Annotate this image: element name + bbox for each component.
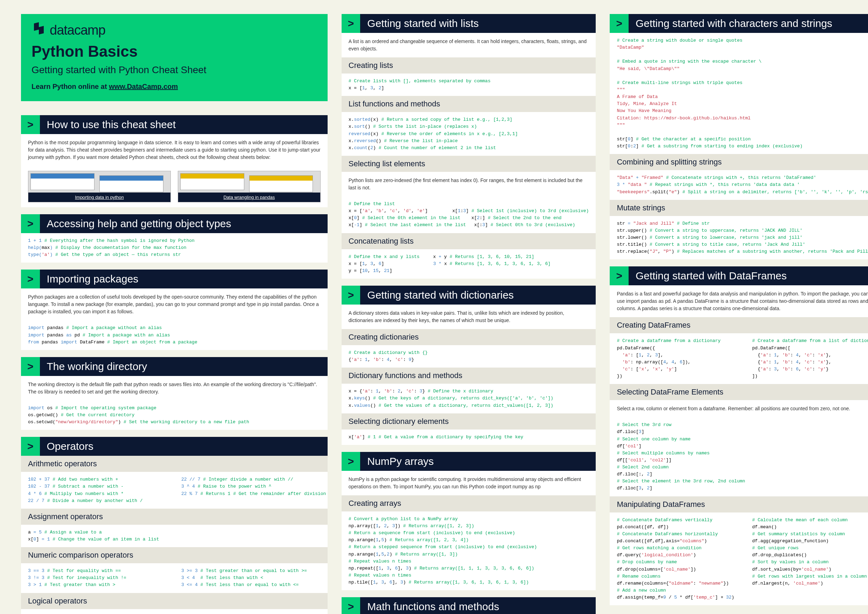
code-block: x.sorted(x) # Return a sorted copy of th… (342, 112, 596, 156)
section-title: The working directory (40, 357, 328, 376)
section-title: Operators (40, 437, 328, 456)
subheading: Mutate strings (610, 200, 868, 216)
prompt-icon: > (21, 115, 40, 134)
section-header-import: > Importing packages (21, 270, 328, 288)
learn-link[interactable]: Learn Python online at www.DataCamp.com (31, 83, 317, 91)
code-block: # Concatenate DataFrames vertically pd.c… (610, 512, 745, 606)
subheading: Creating dictionaries (342, 329, 596, 345)
code-block: # Create a string with double or single … (610, 33, 868, 154)
subheading: Selecting DataFrame Elements (610, 384, 868, 400)
subheading: Creating lists (342, 57, 596, 73)
code-block: 3 == 3 # Test for equality with == 3 != … (21, 563, 174, 593)
desc-text: NumPy is a python package for scientific… (342, 471, 596, 495)
subheading: Combining and splitting strings (610, 154, 868, 170)
section-title: Accessing help and getting object types (40, 214, 328, 233)
code-block: # Calculate the mean of each column df.m… (745, 512, 868, 606)
page-title: Python Basics (31, 43, 317, 60)
section-header-numpy: > NumPy arrays (342, 452, 596, 471)
column-middle: > Getting started with lists A list is a… (342, 14, 596, 614)
thumb-import-data[interactable]: Importing data in python (28, 171, 171, 202)
desc-text: Python is the most popular programming l… (21, 134, 328, 166)
section-header-dicts: > Getting started with dictionaries (342, 286, 596, 305)
code-block: # Define the x and y lists x + y # Retur… (342, 249, 596, 279)
desc-text: A list is an ordered and changeable sequ… (342, 33, 596, 57)
desc-text: Python lists are zero-indexed (the first… (342, 172, 596, 196)
section-header-lists: > Getting started with lists (342, 14, 596, 33)
code-block: a = 5 # Assign a value to a x[0] = 1 # C… (21, 525, 328, 547)
code-block: x['a'] # 1 # Get a value from a dictiona… (342, 429, 596, 445)
thumb-caption: Data wrangling in pandas (178, 192, 320, 202)
subheading: Creating DataFrames (610, 317, 868, 333)
prompt-icon: > (610, 14, 629, 33)
subheading: List functions and methods (342, 96, 596, 112)
logo-icon (31, 21, 46, 39)
code-block: 1 + 1 # Everything after the hash symbol… (21, 233, 328, 262)
subheading: Manipulating DataFrames (610, 496, 868, 512)
code-row: 102 + 37 # Add two numbers with + 102 - … (21, 472, 328, 509)
section-header-wd: > The working directory (21, 357, 328, 376)
prompt-icon: > (21, 270, 40, 288)
prompt-icon: > (21, 357, 40, 376)
section-header-operators: > Operators (21, 437, 328, 456)
page-subtitle: Getting started with Python Cheat Sheet (31, 64, 317, 76)
logo: datacamp (31, 21, 317, 39)
prompt-icon: > (21, 214, 40, 233)
subheading: Selecting list elements (342, 156, 596, 172)
code-block: x = {'a': 1, 'b': 2, 'c': 3} # Define th… (342, 384, 596, 413)
code-block: 3 >= 3 # Test greater than or equal to w… (174, 563, 328, 593)
prompt-icon: > (342, 597, 361, 614)
section-header-howto: > How to use this cheat sheet (21, 115, 328, 134)
code-block: import pandas # Import a package without… (21, 320, 328, 350)
code-row: # Create a dataframe from a dictionary p… (610, 333, 868, 384)
prompt-icon: > (21, 437, 40, 456)
subheading: Concatenating lists (342, 233, 596, 249)
subheading: Dictionary functions and methods (342, 367, 596, 384)
code-block: "Data" + "Framed" # Concatenate strings … (610, 170, 868, 200)
learn-prefix: Learn Python online at (31, 83, 109, 90)
subheading: Logical operators (21, 593, 328, 609)
column-left: datacamp Python Basics Getting started w… (21, 14, 328, 614)
subheading: Assignment operators (21, 509, 328, 525)
section-header-help: > Accessing help and getting object type… (21, 214, 328, 233)
code-block: ~(2 == 2) # Logical NOT with ~ (1 != 1) … (21, 609, 174, 614)
section-header-strings: > Getting started with characters and st… (610, 14, 868, 33)
section-header-dataframes: > Getting started with DataFrames (610, 267, 868, 285)
code-row: # Concatenate DataFrames vertically pd.c… (610, 512, 868, 606)
subheading: Selecting dictionary elements (342, 413, 596, 429)
code-block: import os # Import the operating system … (21, 400, 328, 430)
cheatsheet-thumbs: Importing data in python Data wrangling … (21, 166, 328, 207)
code-row: 3 == 3 # Test for equality with == 3 != … (21, 563, 328, 593)
code-block: 102 + 37 # Add two numbers with + 102 - … (21, 472, 174, 509)
section-title: Importing packages (40, 270, 328, 288)
code-block: (1 >= 1) | (1 < 1) # Logical OR with | (… (174, 609, 328, 614)
subheading: Arithmetic operators (21, 456, 328, 472)
code-block: str = "Jack and Jill" # Define str str.u… (610, 216, 868, 260)
desc-text: Pandas is a fast and powerful package fo… (610, 285, 868, 317)
section-title: Getting started with DataFrames (629, 267, 868, 285)
column-right: > Getting started with characters and st… (610, 14, 868, 614)
thumb-caption: Importing data in python (28, 192, 170, 202)
prompt-icon: > (342, 286, 361, 305)
prompt-icon: > (610, 267, 629, 285)
code-block: # Select the 3rd row df.iloc[3] # Select… (610, 417, 868, 496)
brand-name: datacamp (50, 23, 105, 38)
code-block: 22 // 7 # Integer divide a number with /… (174, 472, 328, 509)
code-block: # Convert a python list to a NumPy array… (342, 512, 596, 590)
thumb-wrangling-pandas[interactable]: Data wrangling in pandas (178, 171, 321, 202)
section-title: NumPy arrays (360, 452, 596, 471)
subheading: Numeric comparison operators (21, 547, 328, 563)
section-title: Getting started with lists (360, 14, 596, 33)
section-title: Getting started with characters and stri… (629, 14, 868, 33)
desc-text: The working directory is the default fil… (21, 376, 328, 400)
code-block: # Define the list x = ['a', 'b', 'c', 'd… (342, 196, 596, 233)
subheading: Creating arrays (342, 495, 596, 512)
code-block: # Create a dataframe from a dictionary p… (610, 333, 745, 384)
prompt-icon: > (342, 452, 361, 471)
learn-url[interactable]: www.DataCamp.com (109, 83, 178, 90)
code-block: # Create a dataframe from a list of dict… (745, 333, 868, 384)
section-title: Getting started with dictionaries (360, 286, 596, 305)
header-block: datacamp Python Basics Getting started w… (21, 14, 328, 101)
desc-text: Select a row, column or element from a d… (610, 400, 868, 417)
prompt-icon: > (342, 14, 361, 33)
code-block: # Create a dictionary with {} {'a': 1, '… (342, 345, 596, 367)
